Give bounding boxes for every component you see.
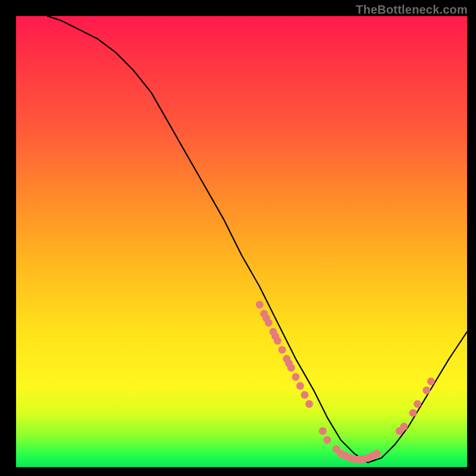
data-point xyxy=(324,436,331,444)
chart-svg xyxy=(16,16,467,467)
data-point xyxy=(305,400,313,408)
data-point xyxy=(409,409,417,417)
data-point xyxy=(301,391,309,399)
plot-area xyxy=(16,16,467,467)
data-point xyxy=(427,378,435,386)
data-point xyxy=(414,400,421,408)
data-point xyxy=(274,337,281,345)
data-point xyxy=(287,364,295,372)
data-point xyxy=(400,422,408,430)
data-point xyxy=(296,382,304,390)
watermark-text: TheBottleneck.com xyxy=(356,3,468,17)
data-point xyxy=(278,346,286,353)
scatter-dots xyxy=(256,301,435,464)
chart-stage: TheBottleneck.com xyxy=(0,0,476,476)
data-point xyxy=(256,301,264,309)
data-point xyxy=(319,427,327,435)
data-point xyxy=(265,319,273,327)
data-point xyxy=(373,450,381,458)
data-point xyxy=(292,373,300,381)
bottleneck-curve xyxy=(48,16,467,462)
data-point xyxy=(422,387,430,394)
